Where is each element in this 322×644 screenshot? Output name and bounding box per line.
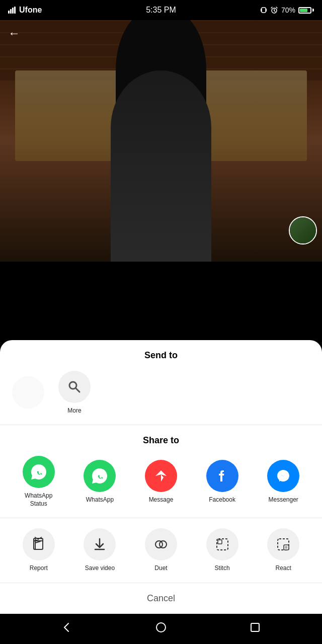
share-whatsapp[interactable]: WhatsApp: [79, 460, 120, 504]
whatsapp-status-label: WhatsAppStatus: [25, 492, 52, 508]
report-button[interactable]: Report: [19, 528, 59, 573]
video-background: [0, 20, 322, 262]
svg-line-13: [76, 388, 80, 392]
share-messenger[interactable]: Messenger: [263, 460, 303, 504]
avatar-thumbnail: [289, 216, 317, 245]
save-video-label: Save video: [85, 565, 115, 573]
android-nav-bar: [0, 614, 322, 644]
messenger-icon: [267, 460, 299, 492]
svg-rect-4: [262, 8, 266, 13]
more-button[interactable]: More: [54, 371, 95, 415]
cancel-button[interactable]: Cancel: [147, 593, 175, 604]
svg-point-26: [156, 623, 166, 632]
status-icons: 70%: [260, 6, 314, 14]
messenger-label: Messenger: [268, 496, 298, 504]
react-button[interactable]: ≡ React: [263, 528, 303, 573]
send-to-icons-row: More: [0, 371, 322, 415]
battery-icon: [298, 7, 314, 14]
divider-1: [0, 425, 322, 425]
message-label: Message: [149, 496, 174, 504]
send-to-title: Send to: [0, 350, 322, 361]
bottom-sheet: Send to More Share to: [0, 340, 322, 614]
divider-2: [0, 518, 322, 518]
back-nav-button[interactable]: [61, 622, 72, 636]
whatsapp-status-icon: [23, 456, 55, 488]
react-label: React: [275, 565, 291, 573]
whatsapp-label: WhatsApp: [86, 496, 114, 504]
share-to-title: Share to: [0, 435, 322, 446]
stitch-label: Stitch: [215, 565, 230, 573]
facebook-icon: [206, 460, 238, 492]
partial-icon[interactable]: [12, 376, 44, 409]
svg-rect-21: [217, 539, 228, 550]
svg-rect-27: [251, 623, 259, 631]
back-button[interactable]: ←: [8, 26, 20, 40]
share-message[interactable]: Message: [141, 460, 181, 504]
clock: 5:35 PM: [146, 6, 176, 15]
duet-icon: [145, 528, 177, 560]
save-video-icon: [84, 528, 116, 560]
report-label: Report: [30, 565, 48, 573]
carrier-name: Ufone: [19, 6, 42, 15]
share-whatsapp-status[interactable]: WhatsAppStatus: [19, 456, 59, 508]
svg-rect-3: [14, 7, 16, 14]
svg-line-10: [271, 7, 272, 8]
react-icon: ≡: [267, 528, 299, 560]
whatsapp-icon: [84, 460, 116, 492]
report-icon: [23, 528, 55, 560]
share-facebook[interactable]: Facebook: [202, 460, 243, 504]
facebook-label: Facebook: [209, 496, 235, 504]
svg-rect-1: [10, 9, 12, 14]
svg-rect-5: [261, 9, 262, 12]
duet-label: Duet: [154, 565, 167, 573]
svg-marker-15: [161, 474, 164, 481]
recents-nav-button[interactable]: [250, 622, 261, 636]
duet-button[interactable]: Duet: [141, 528, 181, 573]
share-apps-row: WhatsAppStatus WhatsApp Message: [0, 456, 322, 508]
svg-text:≡: ≡: [285, 545, 287, 550]
svg-line-9: [274, 11, 275, 12]
carrier-signal: Ufone: [8, 6, 42, 15]
more-label: More: [67, 407, 81, 415]
battery-pct: 70%: [281, 6, 295, 14]
action-buttons-row: Report Save video Duet: [0, 528, 322, 573]
status-bar: Ufone 5:35 PM 70%: [0, 0, 322, 20]
svg-rect-0: [8, 11, 10, 14]
more-icon-circle: [58, 371, 91, 403]
stitch-button[interactable]: Stitch: [202, 528, 243, 573]
search-icon: [66, 379, 83, 395]
svg-rect-2: [12, 8, 14, 14]
save-video-button[interactable]: Save video: [79, 528, 120, 573]
stitch-icon: [206, 528, 238, 560]
message-icon: [145, 460, 177, 492]
svg-rect-6: [266, 9, 267, 12]
cancel-row: Cancel: [0, 583, 322, 604]
svg-rect-22: [218, 540, 222, 544]
svg-line-11: [276, 7, 277, 8]
home-nav-button[interactable]: [155, 622, 167, 636]
